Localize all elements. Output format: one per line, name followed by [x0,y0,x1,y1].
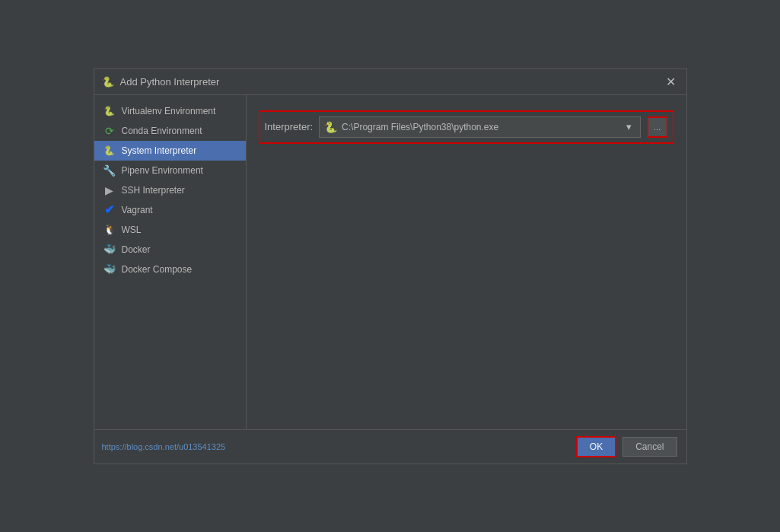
ssh-icon [103,184,116,196]
sidebar-label-conda: Conda Environment [122,126,202,136]
sidebar-item-virtualenv[interactable]: Virtualenv Environment [94,101,246,121]
sidebar-item-wsl[interactable]: WSL [94,220,246,240]
sidebar-item-docker-compose[interactable]: Docker Compose [94,260,246,279]
title-bar-left: Add Python Interpreter [102,75,220,88]
docker-compose-icon [103,263,116,276]
sidebar-item-pipenv[interactable]: Pipenv Environment [94,161,246,180]
ok-button[interactable]: OK [576,436,616,457]
system-interp-icon [103,145,116,157]
interpreter-label: Interpreter: [265,121,314,132]
sidebar-label-wsl: WSL [122,225,142,235]
interpreter-input[interactable] [342,122,618,132]
title-bar: Add Python Interpreter ✕ [94,69,686,95]
sidebar-item-docker[interactable]: Docker [94,240,246,260]
footer: https://blog.csdn.net/u013541325 OK Canc… [94,429,686,464]
cancel-button[interactable]: Cancel [622,437,677,457]
sidebar-item-ssh[interactable]: SSH Interpreter [94,180,246,200]
interpreter-row: Interpreter: ... [259,110,674,144]
sidebar-item-system[interactable]: System Interpreter [94,141,246,161]
dialog-icon [102,75,114,88]
virtualenv-icon [103,105,116,117]
sidebar-label-system: System Interpreter [122,145,197,156]
dialog-content: Virtualenv Environment Conda Environment… [94,95,686,429]
docker-icon [103,244,116,256]
browse-button-label: ... [654,123,661,132]
close-button[interactable]: ✕ [664,74,679,89]
sidebar: Virtualenv Environment Conda Environment… [94,95,247,429]
add-python-interpreter-dialog: Add Python Interpreter ✕ Virtualenv Envi… [94,68,687,464]
sidebar-label-docker: Docker [122,244,151,255]
wsl-icon [103,224,116,236]
interpreter-field[interactable] [319,116,640,138]
sidebar-item-vagrant[interactable]: Vagrant [94,200,246,220]
pipenv-icon [103,164,116,177]
sidebar-label-vagrant: Vagrant [122,205,153,215]
sidebar-label-ssh: SSH Interpreter [122,185,185,196]
interpreter-dropdown-arrow[interactable] [623,121,635,132]
main-panel: Interpreter: ... [247,95,686,429]
dialog-title: Add Python Interpreter [120,76,220,88]
interpreter-py-icon [324,121,337,133]
footer-link: https://blog.csdn.net/u013541325 [102,442,226,451]
vagrant-icon [103,204,116,216]
sidebar-label-pipenv: Pipenv Environment [122,165,203,176]
sidebar-item-conda[interactable]: Conda Environment [94,121,246,141]
browse-button[interactable]: ... [647,116,668,138]
sidebar-label-docker-compose: Docker Compose [122,264,193,275]
conda-icon [103,125,116,137]
sidebar-label-virtualenv: Virtualenv Environment [122,106,216,116]
